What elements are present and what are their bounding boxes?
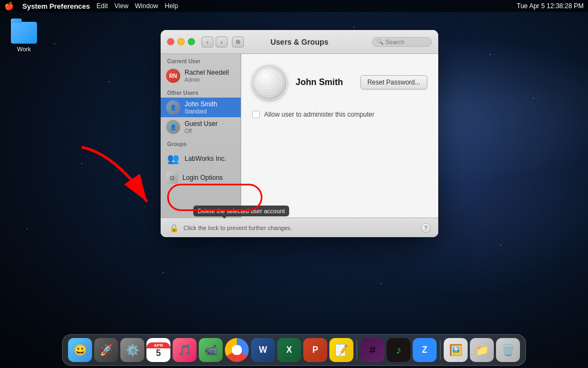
folder-icon <box>11 22 37 44</box>
dock-item-notes[interactable]: 📝 <box>329 338 353 362</box>
tooltip-text: Delete the selected user account <box>198 208 241 214</box>
window-title: Users & Groups <box>271 38 329 46</box>
search-icon: 🔍 <box>377 39 383 45</box>
selected-user-avatar <box>252 65 287 100</box>
dock-item-finder[interactable]: 😀 <box>68 338 92 362</box>
traffic-lights <box>167 38 195 45</box>
dock-item-zoom[interactable]: Z <box>413 338 437 362</box>
dock-item-facetime[interactable]: 📹 <box>199 338 223 362</box>
desktop-folder[interactable]: Work <box>11 22 37 52</box>
grid-view-button[interactable]: ⊞ <box>232 37 244 47</box>
help-button[interactable]: ? <box>421 223 431 233</box>
menubar-app-name[interactable]: System Preferences <box>22 2 90 10</box>
sidebar-item-login-options[interactable]: ⊡ Login Options <box>161 168 241 187</box>
sidebar-item-rachel[interactable]: RN Rachel Needell Admin <box>161 66 241 86</box>
users-groups-window: ‹ › ⊞ Users & Groups 🔍 Current User RN R… <box>161 30 438 237</box>
login-options-label: Login Options <box>182 174 223 182</box>
dock-separator-2 <box>440 340 440 360</box>
sidebar-item-guest[interactable]: 👤 Guest User Off <box>161 117 241 137</box>
dock-item-calendar[interactable]: APR 5 <box>146 338 170 362</box>
dock-item-slack[interactable]: # <box>360 338 384 362</box>
rachel-info: Rachel Needell Admin <box>185 69 229 82</box>
rachel-avatar: RN <box>166 69 180 83</box>
dock-item-music[interactable]: 🎵 <box>173 338 197 362</box>
dock-item-chrome[interactable] <box>225 338 249 362</box>
back-button[interactable]: ‹ <box>201 37 213 47</box>
tooltip: Delete the selected user account <box>193 206 241 216</box>
lock-button[interactable]: 🔒 <box>168 222 179 233</box>
group-icon: 👥 <box>166 152 180 166</box>
sidebar-item-john[interactable]: 👤 John Smith Standard <box>161 98 241 117</box>
john-name: John Smith <box>185 100 217 108</box>
menubar-right: Tue Apr 5 12:38:28 PM <box>517 2 584 10</box>
user-header: John Smith Reset Password... <box>252 65 427 100</box>
search-field[interactable]: 🔍 <box>372 37 432 47</box>
window-body: Current User RN Rachel Needell Admin Oth… <box>161 54 438 237</box>
dock-item-launchpad[interactable]: 🚀 <box>94 338 118 362</box>
current-user-label: Current User <box>161 54 241 66</box>
menubar: 🍎 System Preferences Edit View Window He… <box>0 0 588 12</box>
dock: 😀 🚀 ⚙️ APR 5 🎵 📹 W X P 📝 <box>62 334 526 366</box>
dock-item-spotify[interactable]: ♪ <box>387 338 411 362</box>
annotation-arrow <box>65 142 174 215</box>
labworks-info: LabWorks Inc. <box>185 155 226 162</box>
dock-item-excel[interactable]: X <box>277 338 301 362</box>
menubar-left: 🍎 System Preferences Edit View Window He… <box>4 2 178 10</box>
folder-label: Work <box>17 46 30 52</box>
lock-label: Click the lock to prevent further change… <box>183 225 292 231</box>
window-footer: 🔒 Click the lock to prevent further chan… <box>161 218 438 237</box>
guest-name: Guest User <box>185 120 218 128</box>
menubar-help[interactable]: Help <box>164 2 178 10</box>
allow-admin-checkbox[interactable] <box>252 111 260 118</box>
dock-item-trash[interactable]: 🗑️ <box>496 338 520 362</box>
sidebar-item-labworks[interactable]: 👥 LabWorks Inc. <box>161 149 241 168</box>
menubar-edit[interactable]: Edit <box>96 2 108 10</box>
reset-password-button[interactable]: Reset Password... <box>360 75 427 89</box>
guest-info: Guest User Off <box>185 120 218 134</box>
john-info: John Smith Standard <box>185 100 217 114</box>
guest-avatar: 👤 <box>166 120 180 134</box>
menubar-window[interactable]: Window <box>135 2 158 10</box>
john-avatar: 👤 <box>166 100 180 114</box>
other-users-label: Other Users <box>161 86 241 98</box>
dock-item-preview[interactable]: 🖼️ <box>444 338 468 362</box>
close-button[interactable] <box>167 38 174 45</box>
menubar-view[interactable]: View <box>114 2 128 10</box>
dock-separator <box>357 340 357 360</box>
labworks-name: LabWorks Inc. <box>185 155 226 162</box>
search-input[interactable] <box>385 39 429 45</box>
desktop: 🍎 System Preferences Edit View Window He… <box>0 0 588 368</box>
login-options-icon: ⊡ <box>166 172 178 184</box>
rachel-role: Admin <box>185 77 229 83</box>
rachel-name: Rachel Needell <box>185 69 229 76</box>
allow-admin-row: Allow user to administer this computer <box>252 111 427 118</box>
titlebar: ‹ › ⊞ Users & Groups 🔍 <box>161 30 438 54</box>
guest-role: Off <box>185 128 218 134</box>
dock-item-word[interactable]: W <box>251 338 275 362</box>
minimize-button[interactable] <box>177 38 185 45</box>
maximize-button[interactable] <box>188 38 195 45</box>
sidebar: Current User RN Rachel Needell Admin Oth… <box>161 54 241 237</box>
dock-item-powerpoint[interactable]: P <box>303 338 327 362</box>
allow-admin-label: Allow user to administer this computer <box>264 111 375 118</box>
golf-ball-icon <box>254 67 285 98</box>
forward-button[interactable]: › <box>216 37 228 47</box>
dock-item-files[interactable]: 📁 <box>470 338 494 362</box>
nav-buttons: ‹ › <box>201 37 228 47</box>
selected-user-name: John Smith <box>296 77 343 87</box>
menubar-time: Tue Apr 5 12:38:28 PM <box>517 2 584 10</box>
groups-label: Groups <box>161 137 241 149</box>
apple-menu[interactable]: 🍎 <box>4 2 14 10</box>
john-role: Standard <box>185 108 217 114</box>
dock-item-syspref[interactable]: ⚙️ <box>120 338 144 362</box>
